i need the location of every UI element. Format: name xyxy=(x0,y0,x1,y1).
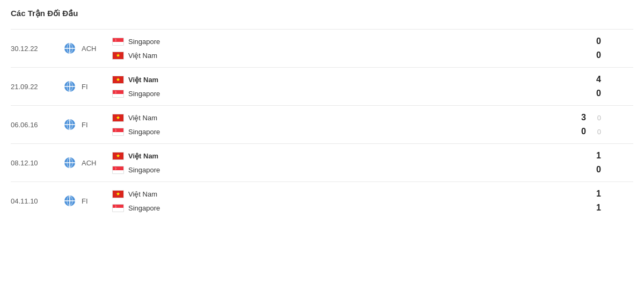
match-type: FI xyxy=(82,197,106,205)
score-row: 0 xyxy=(590,35,601,48)
teams-block: ★Việt Nam☽Singapore xyxy=(112,111,558,138)
score-row: 1 xyxy=(590,201,601,214)
team-row: ★Việt Nam xyxy=(112,149,558,162)
singapore-flag: ☽ xyxy=(112,38,124,46)
singapore-flag: ☽ xyxy=(112,90,124,98)
score-main: 1 xyxy=(590,151,601,161)
team-row: ☽Singapore xyxy=(112,87,558,100)
main-container: Các Trận Đối Đầu 30.12.22ACH☽Singapore★V… xyxy=(0,0,644,228)
match-type: ACH xyxy=(82,45,106,53)
match-date: 04.11.10 xyxy=(11,197,64,205)
score-row: 1 xyxy=(590,149,601,162)
globe-icon xyxy=(64,43,75,54)
vietnam-flag: ★ xyxy=(112,114,124,122)
section-title: Các Trận Đối Đầu xyxy=(11,9,633,23)
team-name: Việt Nam xyxy=(128,114,177,122)
team-row: ☽Singapore xyxy=(112,163,558,176)
match-date: 08.12.10 xyxy=(11,159,64,167)
matches-list: 30.12.22ACH☽Singapore★Việt Nam0021.09.22… xyxy=(11,29,633,220)
team-name: Việt Nam xyxy=(128,52,177,60)
vietnam-flag: ★ xyxy=(112,190,124,198)
scores-block: 00 xyxy=(558,35,601,62)
team-row: ★Việt Nam xyxy=(112,73,558,86)
score-main: 0 xyxy=(590,165,601,175)
score-main: 0 xyxy=(590,37,601,46)
score-row: 0 xyxy=(590,49,601,62)
team-row: ☽Singapore xyxy=(112,201,558,214)
team-name: Singapore xyxy=(128,38,177,46)
match-group: 04.11.10FI★Việt Nam☽Singapore11 xyxy=(11,182,633,220)
team-name: Việt Nam xyxy=(128,76,177,84)
match-type: FI xyxy=(82,121,106,129)
score-main: 1 xyxy=(590,203,601,213)
score-row: 4 xyxy=(590,73,601,86)
match-group: 08.12.10ACH★Việt Nam☽Singapore10 xyxy=(11,143,633,182)
scores-block: 40 xyxy=(558,73,601,100)
scores-block: 11 xyxy=(558,187,601,214)
match-group: 21.09.22FI★Việt Nam☽Singapore40 xyxy=(11,67,633,105)
score-main: 0 xyxy=(575,127,586,136)
globe-icon xyxy=(64,119,75,130)
match-date: 06.06.16 xyxy=(11,121,64,129)
teams-block: ★Việt Nam☽Singapore xyxy=(112,73,558,100)
score-main: 1 xyxy=(590,189,601,199)
team-name: Singapore xyxy=(128,166,177,174)
team-row: ★Việt Nam xyxy=(112,49,558,62)
score-row: 0 xyxy=(590,87,601,100)
singapore-flag: ☽ xyxy=(112,204,124,212)
team-row: ★Việt Nam xyxy=(112,187,558,200)
team-name: Singapore xyxy=(128,90,177,98)
score-row: 30 xyxy=(575,111,601,124)
match-type: FI xyxy=(82,83,106,91)
score-row: 0 xyxy=(590,163,601,176)
match-group: 30.12.22ACH☽Singapore★Việt Nam00 xyxy=(11,29,633,67)
team-name: Singapore xyxy=(128,128,177,136)
score-main: 0 xyxy=(590,50,601,60)
globe-icon xyxy=(64,195,75,206)
score-main: 4 xyxy=(590,75,601,84)
singapore-flag: ☽ xyxy=(112,128,124,136)
scores-block: 3000 xyxy=(558,111,601,138)
score-row: 00 xyxy=(575,125,601,138)
score-secondary: 0 xyxy=(592,128,601,136)
globe-icon xyxy=(64,81,75,92)
match-date: 21.09.22 xyxy=(11,83,64,91)
match-date: 30.12.22 xyxy=(11,45,64,53)
score-row: 1 xyxy=(590,187,601,200)
team-row: ★Việt Nam xyxy=(112,111,558,124)
singapore-flag: ☽ xyxy=(112,166,124,174)
vietnam-flag: ★ xyxy=(112,76,124,84)
scores-block: 10 xyxy=(558,149,601,176)
team-row: ☽Singapore xyxy=(112,35,558,48)
team-name: Việt Nam xyxy=(128,152,177,160)
match-group: 06.06.16FI★Việt Nam☽Singapore3000 xyxy=(11,105,633,143)
teams-block: ☽Singapore★Việt Nam xyxy=(112,35,558,62)
score-main: 3 xyxy=(575,113,586,122)
globe-icon xyxy=(64,157,75,168)
vietnam-flag: ★ xyxy=(112,152,124,160)
score-secondary: 0 xyxy=(592,114,601,122)
teams-block: ★Việt Nam☽Singapore xyxy=(112,187,558,214)
score-main: 0 xyxy=(590,89,601,98)
team-name: Việt Nam xyxy=(128,190,177,198)
team-name: Singapore xyxy=(128,204,177,212)
match-type: ACH xyxy=(82,159,106,167)
team-row: ☽Singapore xyxy=(112,125,558,138)
vietnam-flag: ★ xyxy=(112,52,124,60)
teams-block: ★Việt Nam☽Singapore xyxy=(112,149,558,176)
